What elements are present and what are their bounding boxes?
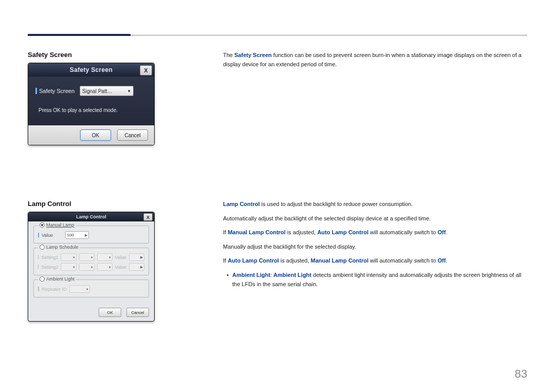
lamp-control-line5: If Auto Lamp Control is adjusted, Manual… xyxy=(223,256,527,266)
signal-pattern-select[interactable]: Signal Patt… ▼ xyxy=(80,86,134,96)
field-label: Safety Screen xyxy=(35,88,75,94)
lamp-control-line2: Automatically adjust the backlight of th… xyxy=(223,214,527,223)
dialog-footer: OK Cancel xyxy=(28,305,154,321)
cancel-button[interactable]: Cancel xyxy=(126,308,149,317)
lamp-schedule-legend[interactable]: Lamp Schedule xyxy=(38,245,80,250)
safety-screen-term: Safety Screen xyxy=(234,52,272,58)
setting2-ampm-stepper: ♦ xyxy=(97,263,113,271)
dialog-body: Safety Screen Signal Patt… ▼ Press OK to… xyxy=(28,77,154,125)
safety-screen-description: The Safety Screen function can be used t… xyxy=(223,51,527,69)
setting2-label: Setting2 xyxy=(41,265,58,270)
dialog-footer: OK Cancel xyxy=(28,125,154,145)
manual-lamp-group: Manual Lamp Value 100 ▶ xyxy=(33,226,149,244)
marker-icon xyxy=(38,287,39,291)
setting2-value-label: Value xyxy=(115,265,126,270)
close-button[interactable]: X xyxy=(143,213,153,221)
page-number: 83 xyxy=(515,367,527,381)
dialog-titlebar: Safety Screen X xyxy=(28,63,154,77)
close-icon: X xyxy=(144,67,148,73)
marker-icon xyxy=(38,265,39,269)
setting2-min-stepper: ♦ xyxy=(79,263,95,271)
setting1-ampm-stepper: ♦ xyxy=(97,253,113,261)
ok-button[interactable]: OK xyxy=(99,308,121,317)
ok-button[interactable]: OK xyxy=(80,129,111,141)
dialog-title: Lamp Control xyxy=(76,214,106,219)
marker-icon xyxy=(38,233,39,237)
lamp-control-line3: If Manual Lamp Control is adjusted, Auto… xyxy=(223,228,527,237)
setting2-value-stepper: ▶ xyxy=(129,263,144,271)
value-stepper[interactable]: 100 ▶ xyxy=(65,231,89,239)
cancel-button[interactable]: Cancel xyxy=(117,129,148,141)
bullet-icon: • xyxy=(223,271,232,289)
ambient-light-bullet: • Ambient Light: Ambient Light detects a… xyxy=(223,271,527,289)
lamp-schedule-group: Lamp Schedule Setting1 ♦ ♦ ♦ Value ▶ xyxy=(33,248,149,275)
setting1-label: Setting1 xyxy=(41,255,58,260)
dialog-title: Safety Screen xyxy=(70,66,113,73)
lamp-control-dialog: Lamp Control X Manual Lamp V xyxy=(28,212,155,322)
setting1-hour-stepper: ♦ xyxy=(61,253,76,261)
setting1-value-label: Value xyxy=(115,255,126,260)
repeater-id-label: Repeater ID xyxy=(42,287,67,292)
manual-lamp-legend[interactable]: Manual Lamp xyxy=(38,222,76,228)
radio-off-icon xyxy=(40,276,45,282)
chevron-down-icon: ▼ xyxy=(127,89,131,94)
lamp-control-line4: Manually adjust the backlight for the se… xyxy=(223,242,527,252)
marker-icon xyxy=(35,88,37,94)
marker-icon xyxy=(38,255,39,259)
chevron-right-icon: ▶ xyxy=(85,233,87,237)
ambient-light-group: Ambient Light Repeater ID ♦ xyxy=(33,279,149,297)
lamp-control-line1: Lamp Control is used to adjust the backl… xyxy=(223,200,527,209)
section-title-lamp-control: Lamp Control xyxy=(28,200,156,208)
repeater-id-stepper: ♦ xyxy=(69,285,90,293)
dialog-message: Press OK to play a selected mode. xyxy=(35,107,147,113)
radio-on-icon xyxy=(40,222,45,228)
close-button[interactable]: X xyxy=(140,65,152,76)
select-value: Signal Patt… xyxy=(82,88,112,94)
value-label: Value xyxy=(42,233,53,238)
dialog-titlebar: Lamp Control X xyxy=(28,212,154,221)
setting1-value-stepper: ▶ xyxy=(129,253,144,261)
setting1-min-stepper: ♦ xyxy=(79,253,95,261)
close-icon: X xyxy=(146,215,150,220)
setting2-hour-stepper: ♦ xyxy=(61,263,76,271)
ambient-light-legend[interactable]: Ambient Light xyxy=(38,276,76,282)
section-title-safety-screen: Safety Screen xyxy=(28,51,156,59)
radio-off-icon xyxy=(40,245,45,250)
safety-screen-dialog: Safety Screen X Safety Screen Signal Pat… xyxy=(28,63,155,145)
page-header-rule xyxy=(28,35,527,35)
